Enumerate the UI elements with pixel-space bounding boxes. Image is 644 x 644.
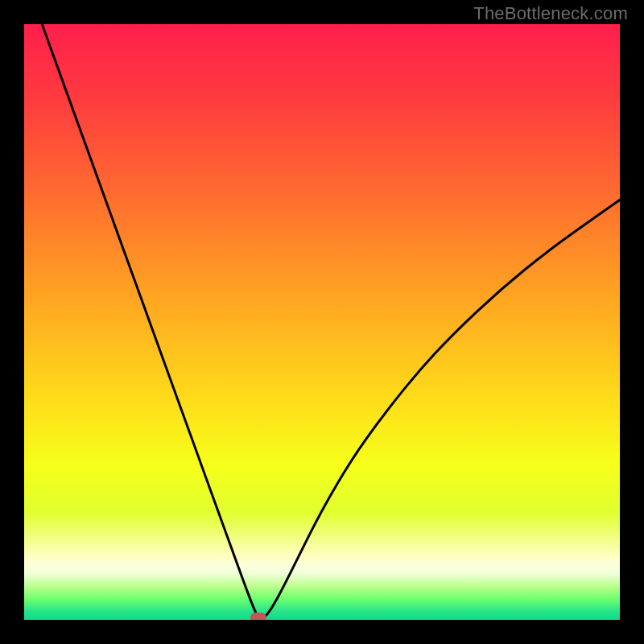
bottleneck-curve — [24, 24, 620, 620]
chart-frame: TheBottleneck.com — [0, 0, 644, 644]
watermark-text: TheBottleneck.com — [473, 3, 628, 24]
optimal-marker — [250, 613, 266, 620]
plot-area — [24, 24, 620, 620]
